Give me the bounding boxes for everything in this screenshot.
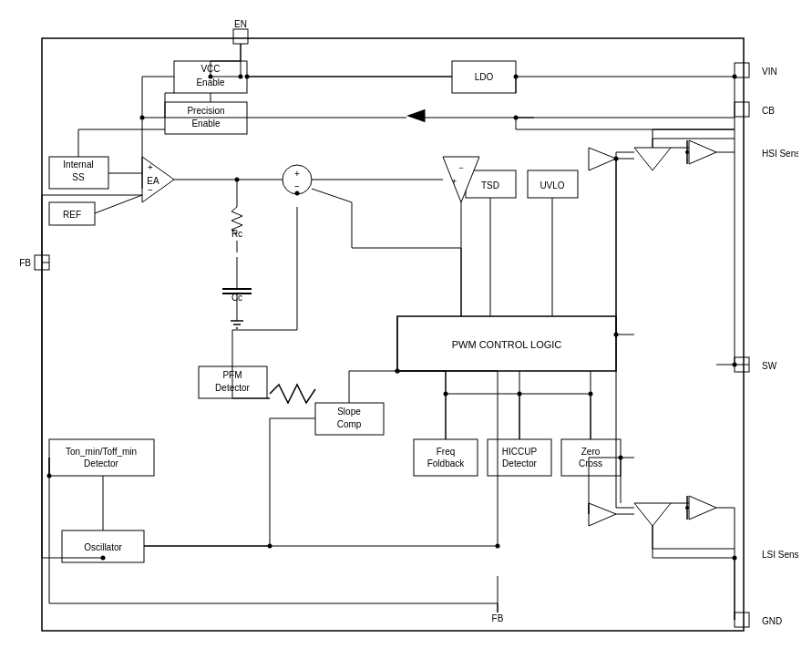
- freq-foldback-label2: Foldback: [427, 458, 465, 469]
- internal-ss-label2: SS: [72, 172, 85, 182]
- en-label: EN: [234, 19, 247, 29]
- slope-comp-label2: Comp: [336, 419, 361, 429]
- vin-label: VIN: [762, 67, 777, 77]
- fb-bottom-label: FB: [491, 613, 503, 623]
- svg-rect-46: [49, 439, 154, 476]
- hiccup-detector-label1: HICCUP: [501, 447, 537, 457]
- ldo-label: LDO: [474, 72, 493, 82]
- pwm-control-label: PWM CONTROL LOGIC: [451, 339, 561, 350]
- summer-minus: −: [294, 181, 300, 191]
- comp-plus: +: [452, 177, 457, 186]
- summer-plus: +: [294, 169, 300, 179]
- svg-marker-30: [634, 148, 671, 170]
- svg-marker-32: [689, 140, 716, 164]
- oscillator-label: Oscillator: [84, 542, 122, 552]
- svg-point-168: [139, 115, 144, 119]
- svg-marker-146: [589, 503, 616, 526]
- uvlo-label: UVLO: [540, 180, 564, 190]
- tsd-label: TSD: [481, 180, 499, 190]
- svg-point-156: [732, 555, 736, 560]
- svg-point-57: [732, 74, 736, 78]
- hsi-sense-label: HSI Sense: [762, 149, 798, 159]
- comp-minus: −: [458, 163, 463, 172]
- svg-rect-5: [735, 63, 749, 77]
- hiccup-detector-label2: Detector: [502, 458, 537, 469]
- ref-label: REF: [63, 210, 81, 220]
- svg-point-176: [395, 368, 399, 373]
- svg-point-34: [685, 150, 689, 154]
- svg-line-164: [312, 189, 352, 202]
- svg-point-174: [294, 190, 299, 195]
- slope-comp-label1: Slope: [337, 407, 361, 417]
- svg-marker-140: [589, 148, 616, 170]
- svg-marker-37: [689, 496, 716, 520]
- svg-point-154: [732, 362, 736, 366]
- ton-toff-label1: Ton_min/Toff_min: [65, 447, 136, 457]
- circuit-diagram: EN VCC Enable LDO VIN CB Precision Enabl…: [15, 11, 798, 649]
- svg-rect-6: [735, 102, 749, 117]
- lsi-sense-label: LSI Sense: [762, 550, 798, 560]
- zero-cross-label2: Cross: [578, 458, 601, 469]
- precision-enable-label1: Precision: [187, 106, 224, 116]
- internal-ss-label1: Internal: [63, 160, 93, 170]
- freq-foldback-label1: Freq: [436, 447, 455, 457]
- ea-plus: +: [148, 162, 153, 172]
- zero-cross-label1: Zero: [581, 447, 600, 457]
- svg-point-39: [685, 506, 689, 510]
- svg-point-175: [495, 543, 499, 548]
- svg-point-170: [244, 74, 249, 78]
- vcc-enable-label2: Enable: [196, 77, 225, 88]
- svg-marker-35: [634, 503, 671, 526]
- ton-toff-label2: Detector: [84, 458, 118, 469]
- precision-enable-label2: Enable: [191, 118, 221, 129]
- svg-point-114: [100, 555, 105, 560]
- fb-left-label: FB: [19, 258, 31, 268]
- svg-point-66: [234, 177, 239, 181]
- svg-point-143: [613, 156, 618, 160]
- svg-rect-41: [414, 439, 478, 476]
- gnd-label: GND: [762, 616, 782, 626]
- ea-minus: −: [148, 185, 153, 195]
- svg-rect-1: [233, 29, 248, 44]
- cb-label: CB: [762, 106, 775, 116]
- svg-marker-8: [406, 109, 425, 122]
- svg-point-160: [513, 115, 518, 119]
- svg-rect-48: [735, 613, 749, 627]
- svg-line-60: [95, 195, 142, 213]
- svg-point-123: [443, 391, 447, 396]
- sw-label: SW: [762, 361, 777, 371]
- svg-point-125: [588, 391, 592, 396]
- svg-point-134: [267, 543, 272, 548]
- svg-point-124: [517, 391, 521, 396]
- svg-rect-0: [42, 38, 744, 631]
